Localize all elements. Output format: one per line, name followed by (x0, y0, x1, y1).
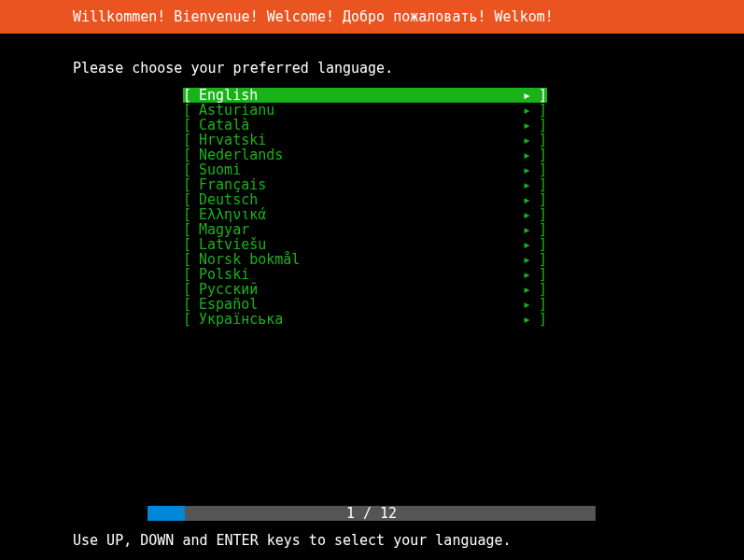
bracket-left: [ (183, 282, 191, 297)
arrow-right-icon: ▸ (523, 118, 531, 133)
progress-separator: / (355, 505, 380, 522)
bracket-left: [ (183, 177, 191, 192)
bracket-right: ] (539, 133, 547, 147)
progress-bar: 1 / 12 (147, 506, 596, 521)
language-item[interactable]: [Русский▸] (183, 282, 547, 297)
bracket-left: [ (183, 118, 191, 133)
arrow-right-icon: ▸ (523, 237, 531, 252)
language-item[interactable]: [Deutsch▸] (183, 192, 547, 207)
language-item[interactable]: [Français▸] (183, 177, 547, 192)
bracket-left: [ (183, 133, 191, 147)
bracket-right: ] (539, 312, 547, 327)
language-name: Deutsch (199, 192, 523, 207)
arrow-right-icon: ▸ (523, 147, 531, 162)
bracket-left: [ (183, 88, 191, 103)
header-bar: Willkommen! Bienvenue! Welcome! Добро по… (0, 0, 744, 34)
language-item[interactable]: [Ελληνικά▸] (183, 207, 547, 222)
bracket-left: [ (183, 297, 191, 312)
language-prompt: Please choose your preferred language. (0, 34, 744, 77)
language-item[interactable]: [Polski▸] (183, 267, 547, 282)
language-name: Українська (199, 312, 523, 327)
language-item[interactable]: [Suomi▸] (183, 162, 547, 177)
arrow-right-icon: ▸ (523, 267, 531, 282)
header-title: Willkommen! Bienvenue! Welcome! Добро по… (73, 8, 554, 25)
bracket-right: ] (539, 162, 547, 177)
bracket-right: ] (539, 192, 547, 207)
language-name: Français (199, 177, 523, 192)
bracket-left: [ (183, 162, 191, 177)
language-name: Magyar (199, 222, 523, 237)
progress-text: 1 / 12 (346, 505, 397, 522)
language-item[interactable]: [English▸] (183, 88, 547, 103)
language-name: Suomi (199, 162, 523, 177)
language-item[interactable]: [Asturianu▸] (183, 103, 547, 118)
arrow-right-icon: ▸ (523, 192, 531, 207)
language-name: Hrvatski (199, 133, 523, 147)
bracket-right: ] (539, 103, 547, 118)
language-name: English (199, 88, 523, 103)
language-name: Asturianu (199, 103, 523, 118)
language-name: Русский (199, 282, 523, 297)
language-item[interactable]: [Català▸] (183, 118, 547, 133)
bracket-right: ] (539, 147, 547, 162)
arrow-right-icon: ▸ (523, 297, 531, 312)
language-item[interactable]: [Hrvatski▸] (183, 133, 547, 147)
bracket-right: ] (539, 282, 547, 297)
language-name: Català (199, 118, 523, 133)
progress-fill (147, 506, 185, 521)
arrow-right-icon: ▸ (523, 162, 531, 177)
bracket-right: ] (539, 237, 547, 252)
language-item[interactable]: [Nederlands▸] (183, 147, 547, 162)
language-item[interactable]: [Українська▸] (183, 312, 547, 327)
bracket-left: [ (183, 147, 191, 162)
language-name: Español (199, 297, 523, 312)
language-name: Norsk bokmål (199, 252, 523, 267)
bracket-right: ] (539, 88, 547, 103)
arrow-right-icon: ▸ (523, 133, 531, 147)
bracket-right: ] (539, 267, 547, 282)
language-item[interactable]: [Norsk bokmål▸] (183, 252, 547, 267)
language-name: Nederlands (199, 147, 523, 162)
language-name: Polski (199, 267, 523, 282)
bracket-right: ] (539, 297, 547, 312)
bracket-left: [ (183, 237, 191, 252)
bracket-right: ] (539, 177, 547, 192)
arrow-right-icon: ▸ (523, 222, 531, 237)
language-list: [English▸][Asturianu▸][Català▸][Hrvatski… (183, 88, 744, 327)
bracket-left: [ (183, 192, 191, 207)
arrow-right-icon: ▸ (523, 312, 531, 327)
arrow-right-icon: ▸ (523, 282, 531, 297)
language-item[interactable]: [Español▸] (183, 297, 547, 312)
progress-current: 1 (346, 505, 355, 522)
bracket-left: [ (183, 267, 191, 282)
arrow-right-icon: ▸ (523, 103, 531, 118)
bracket-right: ] (539, 252, 547, 267)
language-name: Ελληνικά (199, 207, 523, 222)
arrow-right-icon: ▸ (523, 177, 531, 192)
bracket-right: ] (539, 222, 547, 237)
bracket-left: [ (183, 252, 191, 267)
progress-total: 12 (380, 505, 397, 522)
bracket-left: [ (183, 103, 191, 118)
language-item[interactable]: [Latviešu▸] (183, 237, 547, 252)
bracket-right: ] (539, 207, 547, 222)
footer-hint: Use UP, DOWN and ENTER keys to select yo… (73, 532, 512, 549)
arrow-right-icon: ▸ (523, 252, 531, 267)
bracket-left: [ (183, 207, 191, 222)
bracket-right: ] (539, 118, 547, 133)
language-name: Latviešu (199, 237, 523, 252)
language-item[interactable]: [Magyar▸] (183, 222, 547, 237)
arrow-right-icon: ▸ (523, 88, 531, 103)
bracket-left: [ (183, 222, 191, 237)
bracket-left: [ (183, 312, 191, 327)
arrow-right-icon: ▸ (523, 207, 531, 222)
